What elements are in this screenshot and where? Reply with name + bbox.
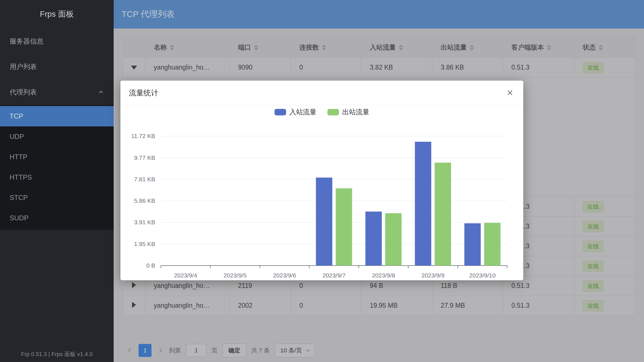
cell-client-version: 0.51.3 bbox=[503, 296, 574, 316]
goto-suffix: 页 bbox=[211, 346, 217, 354]
svg-text:2023/9/5: 2023/9/5 bbox=[224, 272, 247, 279]
page-size-select[interactable]: 10 条/页 bbox=[275, 344, 315, 357]
sort-caret-icon[interactable] bbox=[598, 45, 603, 51]
column-header[interactable]: 出站流量 bbox=[432, 37, 503, 58]
pagination: 1 到第 页 确定 共 7 条 10 条/页 bbox=[126, 342, 315, 359]
table-row: yanghuanglin_ho… 2002 0 19.95 MB 27.9 MB… bbox=[123, 296, 635, 316]
next-page-icon[interactable] bbox=[157, 347, 164, 354]
sidebar: Frps 面板 服务器信息 用户列表 代理列表 TCP UDP HTTP HTT… bbox=[0, 0, 114, 362]
column-header[interactable]: 客户端版本 bbox=[503, 37, 574, 58]
expand-toggle-icon[interactable] bbox=[132, 302, 136, 308]
sort-caret-icon[interactable] bbox=[170, 45, 174, 51]
confirm-button[interactable]: 确定 bbox=[222, 344, 246, 357]
goto-page-input[interactable] bbox=[186, 344, 206, 357]
modal-header: 流量统计 bbox=[120, 81, 523, 105]
table-row: yanghuanglin_ho… 9090 0 3.82 KB 3.86 KB … bbox=[123, 58, 635, 77]
svg-text:2023/9/4: 2023/9/4 bbox=[174, 272, 197, 279]
legend-item-traffic-out[interactable]: 出站流量 bbox=[327, 107, 369, 117]
traffic-stats-modal: 流量统计 入站流量 出站流量 0 B1.95 KB3.91 KB5.86 KB7… bbox=[120, 81, 523, 280]
column-header[interactable]: 入站流量 bbox=[361, 37, 432, 58]
legend-item-traffic-in[interactable]: 入站流量 bbox=[275, 107, 317, 117]
app-title: Frps 面板 bbox=[0, 0, 114, 29]
page-size-value: 10 条/页 bbox=[280, 346, 302, 354]
svg-text:2023/9/7: 2023/9/7 bbox=[323, 272, 346, 279]
sort-caret-icon[interactable] bbox=[547, 45, 551, 51]
column-header[interactable]: 状态 bbox=[574, 37, 635, 58]
sidebar-item-label: 代理列表 bbox=[10, 88, 37, 97]
cell-name: yanghuanglin_ho… bbox=[145, 296, 230, 316]
sidebar-item-udp[interactable]: UDP bbox=[0, 126, 114, 147]
sidebar-item-tcp[interactable]: TCP bbox=[0, 106, 114, 126]
sort-caret-icon[interactable] bbox=[254, 45, 258, 51]
chart-legend: 入站流量 出站流量 bbox=[120, 107, 523, 117]
version-footer: Frp 0.51.3 | Frps 面板 v1.4.0 bbox=[0, 346, 114, 362]
table-header-row: 名称端口连接数入站流量出站流量客户端版本状态 bbox=[123, 37, 635, 58]
cell-client-version: 0.51.3 bbox=[503, 58, 574, 77]
cell-traffic-in: 3.82 KB bbox=[361, 58, 432, 77]
sidebar-item-proxy-list[interactable]: 代理列表 bbox=[0, 79, 114, 105]
prev-page-icon[interactable] bbox=[126, 347, 133, 354]
sidebar-nav: 服务器信息 用户列表 代理列表 TCP UDP HTTP HTTPS STCP … bbox=[0, 29, 114, 230]
status-badge: 在线 bbox=[583, 201, 604, 212]
legend-swatch-out bbox=[327, 109, 339, 115]
sidebar-item-stcp[interactable]: STCP bbox=[0, 188, 114, 208]
cell-status: 在线 bbox=[574, 58, 635, 77]
svg-text:5.86 KB: 5.86 KB bbox=[134, 197, 155, 204]
page-header: TCP 代理列表 bbox=[114, 0, 644, 29]
cell-traffic-in: 19.95 MB bbox=[361, 296, 432, 316]
column-header[interactable]: 连接数 bbox=[291, 37, 361, 58]
page-number-button[interactable]: 1 bbox=[139, 344, 152, 357]
cell-connections: 0 bbox=[291, 58, 361, 77]
svg-text:2023/9/9: 2023/9/9 bbox=[422, 272, 445, 279]
sidebar-item-server-info[interactable]: 服务器信息 bbox=[0, 29, 114, 54]
svg-text:2023/9/6: 2023/9/6 bbox=[273, 272, 296, 279]
modal-title: 流量统计 bbox=[129, 88, 158, 98]
cell-port: 9090 bbox=[230, 58, 291, 77]
legend-label: 出站流量 bbox=[342, 107, 369, 117]
chevron-down-icon bbox=[305, 348, 311, 353]
status-badge: 在线 bbox=[583, 260, 604, 272]
expand-toggle-icon[interactable] bbox=[132, 282, 136, 288]
cell-connections: 0 bbox=[291, 296, 361, 316]
sort-caret-icon[interactable] bbox=[322, 45, 326, 51]
sort-caret-icon[interactable] bbox=[470, 45, 474, 51]
svg-text:11.72 KB: 11.72 KB bbox=[131, 133, 155, 139]
svg-text:2023/9/10: 2023/9/10 bbox=[469, 272, 496, 279]
column-header[interactable]: 名称 bbox=[145, 37, 230, 58]
cell-status: 在线 bbox=[574, 276, 635, 296]
close-icon[interactable] bbox=[506, 89, 514, 97]
sidebar-item-user-list[interactable]: 用户列表 bbox=[0, 54, 114, 79]
status-badge: 在线 bbox=[583, 241, 604, 252]
status-badge: 在线 bbox=[583, 221, 604, 232]
sidebar-item-https[interactable]: HTTPS bbox=[0, 167, 114, 188]
cell-status: 在线 bbox=[574, 296, 635, 316]
cell-status: 在线 bbox=[574, 236, 635, 256]
sidebar-item-http[interactable]: HTTP bbox=[0, 147, 114, 167]
status-badge: 在线 bbox=[583, 300, 604, 311]
legend-label: 入站流量 bbox=[289, 107, 317, 117]
sidebar-item-sudp[interactable]: SUDP bbox=[0, 208, 114, 228]
page-title: TCP 代理列表 bbox=[122, 8, 175, 20]
cell-status: 在线 bbox=[574, 217, 635, 236]
svg-text:3.91 KB: 3.91 KB bbox=[134, 219, 155, 225]
cell-status: 在线 bbox=[574, 197, 635, 217]
cell-traffic-out: 3.86 KB bbox=[432, 58, 503, 77]
svg-text:0 B: 0 B bbox=[146, 262, 155, 269]
svg-text:1.95 KB: 1.95 KB bbox=[134, 241, 155, 247]
sort-caret-icon[interactable] bbox=[399, 45, 403, 51]
cell-port: 2002 bbox=[230, 296, 291, 316]
chevron-up-icon bbox=[98, 89, 104, 95]
frps-dashboard: Frps 面板 服务器信息 用户列表 代理列表 TCP UDP HTTP HTT… bbox=[0, 0, 644, 362]
cell-status: 在线 bbox=[574, 256, 635, 276]
expand-toggle-icon[interactable] bbox=[131, 66, 137, 70]
column-header[interactable]: 端口 bbox=[230, 37, 291, 58]
svg-text:7.81 KB: 7.81 KB bbox=[134, 176, 155, 182]
traffic-bar-chart: 0 B1.95 KB3.91 KB5.86 KB7.81 KB9.77 KB11… bbox=[120, 116, 523, 279]
status-badge: 在线 bbox=[583, 62, 604, 73]
svg-text:2023/9/8: 2023/9/8 bbox=[372, 272, 395, 279]
expand-column-header bbox=[123, 37, 145, 58]
cell-traffic-out: 27.9 MB bbox=[432, 296, 503, 316]
proxy-submenu: TCP UDP HTTP HTTPS STCP SUDP bbox=[0, 105, 114, 230]
status-badge: 在线 bbox=[583, 280, 604, 292]
sidebar-item-label: 服务器信息 bbox=[10, 37, 44, 46]
